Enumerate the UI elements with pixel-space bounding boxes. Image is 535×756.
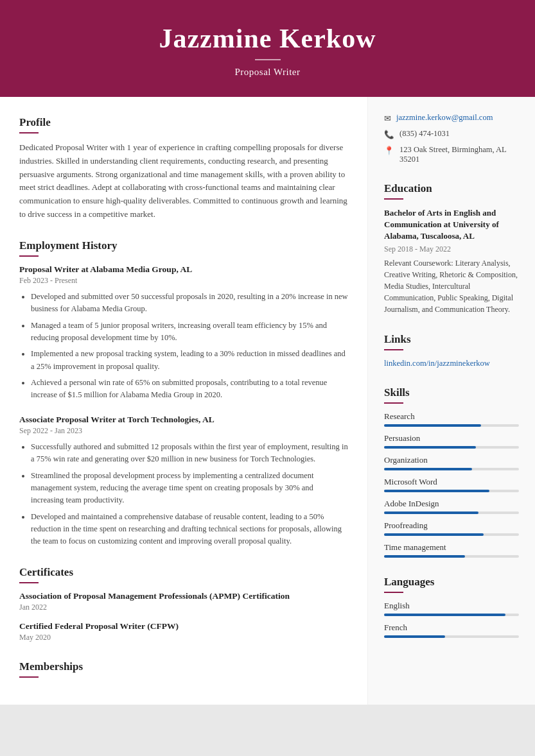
cert-1-name: Association of Proposal Management Profe…: [19, 591, 348, 601]
edu-dates: Sep 2018 - May 2022: [384, 245, 519, 254]
contact-address: 123 Oak Street, Birmingham, AL 35201: [399, 145, 519, 164]
job-1-title: Proposal Writer at Alabama Media Group, …: [19, 264, 348, 275]
skill-bar-bg-4: [384, 511, 519, 514]
linkedin-link[interactable]: linkedin.com/in/jazzminekerkow: [384, 359, 490, 368]
skill-bar-fill-2: [384, 468, 472, 470]
lang-name-1: French: [384, 623, 519, 633]
contact-section: ✉ jazzmine.kerkow@gmail.com 📞 (835) 474-…: [384, 113, 519, 164]
lang-bar-fill-1: [384, 635, 445, 638]
job-1-bullet-3: Implemented a new proposal tracking syst…: [31, 348, 348, 373]
memberships-underline: [19, 676, 39, 678]
skill-bar-fill-6: [384, 555, 465, 558]
skill-bar-fill-4: [384, 511, 478, 514]
edu-courses: Relevant Coursework: Literary Analysis, …: [384, 257, 519, 315]
skill-item-5: Proofreading: [384, 520, 519, 536]
cert-1-date: Jan 2022: [19, 603, 348, 612]
skill-bar-fill-0: [384, 424, 481, 427]
candidate-title: Proposal Writer: [26, 67, 509, 78]
lang-item-1: French: [384, 623, 519, 638]
skills-heading: Skills: [384, 386, 519, 399]
skill-bar-fill-5: [384, 533, 484, 536]
cert-2-name: Certified Federal Proposal Writer (CFPW): [19, 621, 348, 631]
skill-item-0: Research: [384, 411, 519, 427]
email-icon: ✉: [384, 114, 391, 124]
skill-name-1: Persuasion: [384, 433, 519, 443]
skill-bar-fill-1: [384, 446, 476, 449]
skill-item-1: Persuasion: [384, 433, 519, 449]
job-1-bullet-1: Developed and submitted over 50 successf…: [31, 291, 348, 316]
skills-list: Research Persuasion Organization Microso…: [384, 411, 519, 558]
education-underline: [384, 198, 403, 200]
languages-section: Languages English French: [384, 576, 519, 638]
resume-header: Jazzmine Kerkow Proposal Writer: [0, 0, 535, 97]
skill-name-5: Proofreading: [384, 520, 519, 531]
links-section: Links linkedin.com/in/jazzminekerkow: [384, 333, 519, 368]
edu-degree: Bachelor of Arts in English and Communic…: [384, 207, 519, 243]
skill-name-0: Research: [384, 411, 519, 422]
job-2-bullet-1: Successfully authored and submitted 12 p…: [31, 441, 348, 466]
languages-underline: [384, 592, 403, 593]
education-section: Education Bachelor of Arts in English an…: [384, 182, 519, 315]
skill-item-3: Microsoft Word: [384, 477, 519, 492]
job-1-dates: Feb 2023 - Present: [19, 276, 348, 286]
skill-bar-fill-3: [384, 490, 489, 492]
skill-name-3: Microsoft Word: [384, 477, 519, 487]
right-column: ✉ jazzmine.kerkow@gmail.com 📞 (835) 474-…: [368, 97, 535, 705]
skill-bar-bg-1: [384, 446, 519, 449]
phone-icon: 📞: [384, 130, 394, 140]
lang-bar-fill-0: [384, 614, 505, 616]
employment-heading: Employment History: [19, 239, 348, 252]
lang-bar-bg-0: [384, 614, 519, 616]
links-heading: Links: [384, 333, 519, 346]
candidate-name: Jazzmine Kerkow: [26, 23, 509, 54]
skill-bar-bg-6: [384, 555, 519, 558]
skill-name-2: Organization: [384, 455, 519, 465]
skills-section: Skills Research Persuasion Organization …: [384, 386, 519, 558]
job-1-bullets: Developed and submitted over 50 successf…: [19, 291, 348, 402]
languages-list: English French: [384, 601, 519, 638]
cert-2-date: May 2020: [19, 633, 348, 642]
job-2: Associate Proposal Writer at Torch Techn…: [19, 415, 348, 548]
skill-name-6: Time management: [384, 542, 519, 553]
education-heading: Education: [384, 182, 519, 195]
certificates-heading: Certificates: [19, 566, 348, 579]
skill-name-4: Adobe InDesign: [384, 499, 519, 509]
job-2-title: Associate Proposal Writer at Torch Techn…: [19, 415, 348, 425]
skill-item-2: Organization: [384, 455, 519, 470]
job-2-dates: Sep 2022 - Jan 2023: [19, 426, 348, 436]
cert-1: Association of Proposal Management Profe…: [19, 591, 348, 612]
lang-name-0: English: [384, 601, 519, 611]
header-divider: [255, 59, 281, 60]
profile-heading: Profile: [19, 116, 348, 129]
left-column: Profile Dedicated Proposal Writer with 1…: [0, 97, 368, 705]
skill-bar-bg-3: [384, 490, 519, 492]
skill-item-6: Time management: [384, 542, 519, 558]
email-link[interactable]: jazzmine.kerkow@gmail.com: [396, 113, 493, 123]
resume-container: Jazzmine Kerkow Proposal Writer Profile …: [0, 0, 535, 705]
job-1-bullet-4: Achieved a personal win rate of 65% on s…: [31, 377, 348, 402]
links-underline: [384, 349, 403, 350]
skill-bar-bg-0: [384, 424, 519, 427]
memberships-section: Memberships: [19, 660, 348, 678]
contact-email-item: ✉ jazzmine.kerkow@gmail.com: [384, 113, 519, 124]
job-1-bullet-2: Managed a team of 5 junior proposal writ…: [31, 320, 348, 345]
employment-underline: [19, 255, 39, 257]
cert-2: Certified Federal Proposal Writer (CFPW)…: [19, 621, 348, 642]
profile-underline: [19, 132, 39, 133]
job-2-bullets: Successfully authored and submitted 12 p…: [19, 441, 348, 548]
lang-bar-bg-1: [384, 635, 519, 638]
skill-bar-bg-5: [384, 533, 519, 536]
skill-item-4: Adobe InDesign: [384, 499, 519, 514]
job-2-bullet-3: Developed and maintained a comprehensive…: [31, 511, 348, 548]
location-icon: 📍: [384, 146, 394, 156]
skills-underline: [384, 402, 403, 404]
resume-body: Profile Dedicated Proposal Writer with 1…: [0, 97, 535, 705]
contact-phone: (835) 474-1031: [399, 129, 450, 139]
employment-section: Employment History Proposal Writer at Al…: [19, 239, 348, 548]
certificates-underline: [19, 582, 39, 583]
certificates-section: Certificates Association of Proposal Man…: [19, 566, 348, 642]
job-1: Proposal Writer at Alabama Media Group, …: [19, 264, 348, 402]
skill-bar-bg-2: [384, 468, 519, 470]
profile-text: Dedicated Proposal Writer with 1 year of…: [19, 141, 348, 221]
memberships-heading: Memberships: [19, 660, 348, 673]
